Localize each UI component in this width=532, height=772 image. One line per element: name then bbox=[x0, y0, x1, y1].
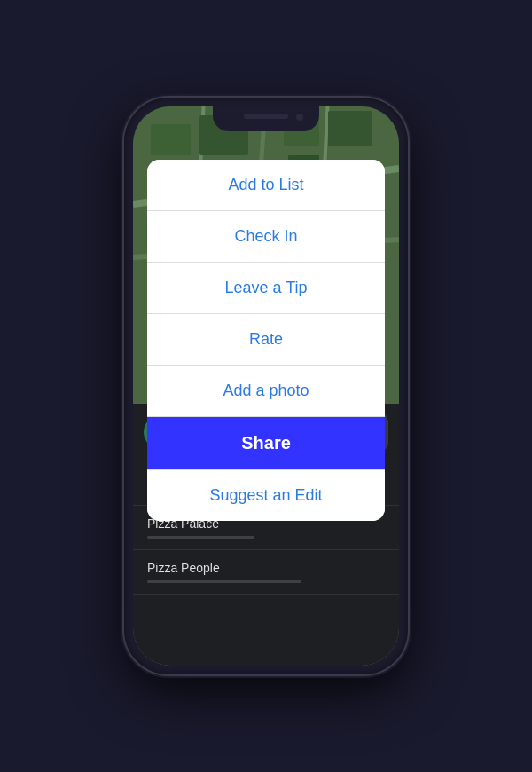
leave-a-tip-button[interactable]: Leave a Tip bbox=[147, 263, 385, 314]
add-a-photo-button[interactable]: Add a photo bbox=[147, 366, 385, 417]
svg-rect-9 bbox=[328, 111, 372, 146]
add-to-list-button[interactable]: Add to List bbox=[147, 160, 385, 211]
action-sheet: Add to List Check In Leave a Tip Rate Ad… bbox=[147, 160, 385, 521]
camera bbox=[296, 114, 303, 121]
share-button[interactable]: Share bbox=[147, 417, 385, 470]
check-in-button[interactable]: Check In bbox=[147, 211, 385, 263]
rate-button[interactable]: Rate bbox=[147, 314, 385, 366]
suggest-an-edit-button[interactable]: Suggest an Edit bbox=[147, 470, 385, 521]
svg-rect-6 bbox=[151, 124, 191, 155]
phone-frame: Add to List Check In Leave a Tip Rate Ad… bbox=[124, 98, 408, 674]
list-item-bar bbox=[147, 580, 301, 583]
list-item-bar bbox=[147, 536, 254, 539]
phone-screen: Add to List Check In Leave a Tip Rate Ad… bbox=[133, 106, 399, 666]
speaker bbox=[244, 114, 288, 119]
list-item-name: Pizza People bbox=[147, 561, 385, 575]
notch bbox=[213, 106, 319, 131]
list-item[interactable]: Pizza People bbox=[133, 550, 399, 595]
screen-content: Add to List Check In Leave a Tip Rate Ad… bbox=[133, 106, 399, 666]
